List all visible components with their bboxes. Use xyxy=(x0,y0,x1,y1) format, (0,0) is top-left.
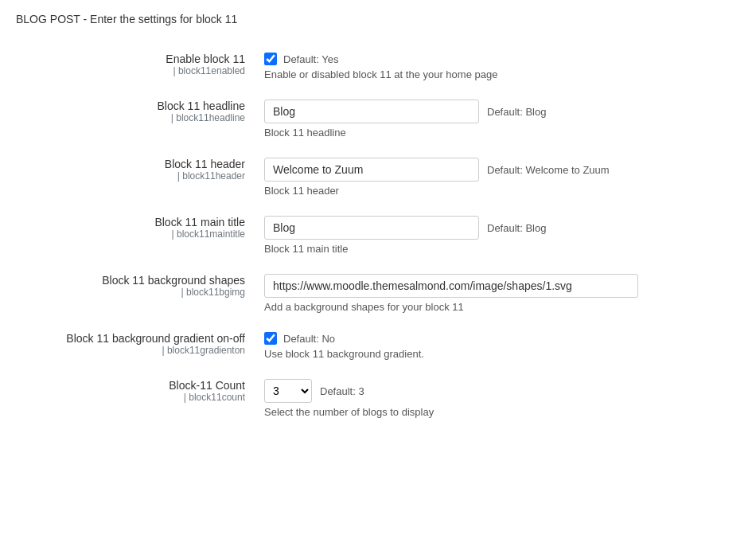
text-wide-row xyxy=(264,274,731,298)
field-label-sub: | block11gradienton xyxy=(25,345,245,356)
checkbox-row: Default: Yes xyxy=(264,53,731,65)
text-input-row: Default: Blog xyxy=(264,216,731,240)
field-label-main: Block 11 background gradient on-off xyxy=(25,332,245,345)
text-wide-input[interactable] xyxy=(264,274,638,298)
field-label-sub: | block11headline xyxy=(25,112,245,123)
field-label-sub: | block11header xyxy=(25,170,245,182)
field-label-main: Block 11 background shapes xyxy=(25,274,245,287)
text-default-label: Default: Welcome to Zuum xyxy=(487,164,610,176)
settings-row: Block 11 header | block11header Default:… xyxy=(16,150,740,205)
checkbox-input[interactable] xyxy=(264,332,277,345)
text-input[interactable] xyxy=(264,158,479,182)
settings-row: Block 11 headline | block11headline Defa… xyxy=(16,92,740,146)
settings-row: Block 11 background shapes | block11bgim… xyxy=(16,266,740,321)
settings-table: Enable block 11 | block11enabled Default… xyxy=(16,45,740,426)
field-description: Select the number of blogs to display xyxy=(264,406,731,418)
number-select[interactable]: 1 2 3 4 5 6 xyxy=(264,379,312,403)
text-default-label: Default: Blog xyxy=(487,106,546,118)
settings-row: Block 11 background gradient on-off | bl… xyxy=(16,324,740,368)
settings-row: Block 11 main title | block11maintitle D… xyxy=(16,208,740,263)
field-label-main: Enable block 11 xyxy=(25,53,245,65)
checkbox-row: Default: No xyxy=(264,332,731,345)
text-input[interactable] xyxy=(264,100,479,123)
field-description: Enable or disabled block 11 at the your … xyxy=(264,68,731,80)
field-description: Block 11 header xyxy=(264,185,731,197)
field-label-main: Block 11 header xyxy=(25,158,245,170)
field-description: Add a background shapes for your block 1… xyxy=(264,301,731,313)
text-input-row: Default: Welcome to Zuum xyxy=(264,158,731,182)
field-label-sub: | block11enabled xyxy=(25,65,245,76)
checkbox-default-label: Default: Yes xyxy=(283,53,338,65)
field-description: Use block 11 background gradient. xyxy=(264,348,731,360)
settings-row: Block-11 Count | block11count 1 2 3 4 5 … xyxy=(16,371,740,426)
settings-row: Enable block 11 | block11enabled Default… xyxy=(16,45,740,88)
field-description: Block 11 headline xyxy=(264,127,731,139)
text-input[interactable] xyxy=(264,216,479,240)
number-default-label: Default: 3 xyxy=(320,385,364,397)
checkbox-default-label: Default: No xyxy=(283,333,335,345)
text-default-label: Default: Blog xyxy=(487,222,546,234)
field-label-sub: | block11maintitle xyxy=(25,228,245,240)
text-input-row: Default: Blog xyxy=(264,100,731,123)
field-description: Block 11 main title xyxy=(264,243,731,255)
checkbox-input[interactable] xyxy=(264,53,277,65)
number-input-row: 1 2 3 4 5 6 Default: 3 xyxy=(264,379,731,403)
field-label-sub: | block11bgimg xyxy=(25,287,245,298)
field-label-main: Block 11 headline xyxy=(25,100,245,112)
field-label-sub: | block11count xyxy=(25,392,245,403)
field-label-main: Block 11 main title xyxy=(25,216,245,228)
field-label-main: Block-11 Count xyxy=(25,379,245,392)
page-title: BLOG POST - Enter the settings for block… xyxy=(16,13,740,25)
